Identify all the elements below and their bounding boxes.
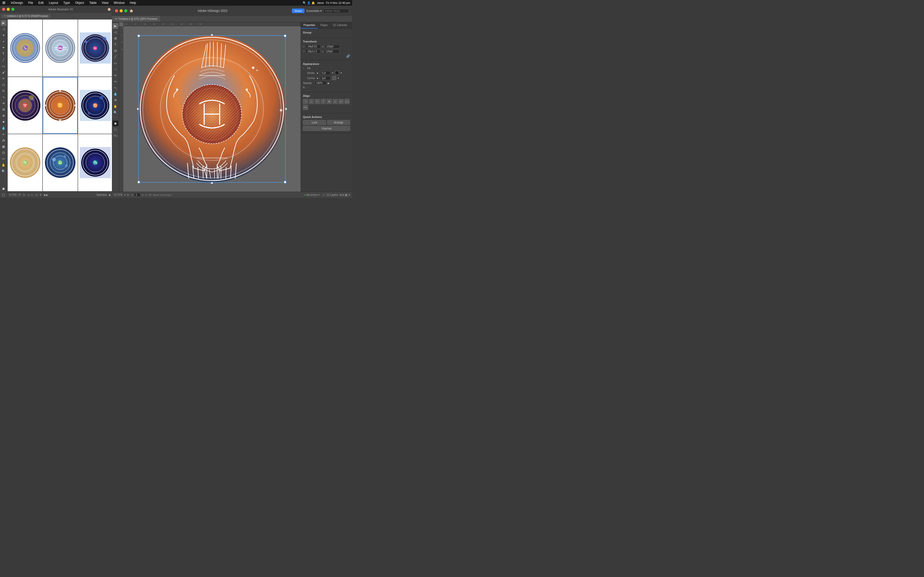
minimize-button[interactable] bbox=[7, 8, 10, 11]
x-value-input[interactable] bbox=[306, 45, 321, 48]
menu-object[interactable]: Object bbox=[74, 1, 85, 5]
id-type-tool[interactable]: T bbox=[113, 42, 118, 47]
page-input[interactable] bbox=[134, 193, 141, 197]
id-table-tool[interactable]: ⊟ bbox=[113, 48, 118, 53]
shape-builder-tool[interactable]: ⊕ bbox=[1, 113, 6, 118]
fx-more-icon[interactable]: ⋯ bbox=[307, 86, 309, 89]
corner-up-icon[interactable]: ▲ bbox=[316, 77, 319, 79]
id-pencil-tool[interactable]: ✏ bbox=[113, 73, 118, 78]
id-fill-color[interactable]: ■ bbox=[113, 121, 118, 126]
id-hand-tool[interactable]: ✋ bbox=[113, 103, 118, 109]
artboard-tool[interactable]: ⊡ bbox=[1, 150, 6, 156]
indesign-close-button[interactable] bbox=[115, 9, 118, 12]
lasso-tool[interactable]: ⟡ bbox=[1, 39, 6, 44]
id-frame-tool[interactable]: ▭ bbox=[113, 60, 118, 66]
eraser-tool[interactable]: ◻ bbox=[1, 82, 6, 88]
expand-icon[interactable]: ⤡ bbox=[323, 193, 325, 196]
fill-color[interactable]: ■ bbox=[1, 186, 6, 192]
magic-wand-tool[interactable]: ✦ bbox=[1, 32, 6, 38]
symbol-sprayer-tool[interactable]: ⁂ bbox=[1, 137, 6, 143]
menu-help[interactable]: Help bbox=[129, 1, 137, 5]
pen-tool[interactable]: ✒ bbox=[1, 45, 6, 50]
id-direct-select-tool[interactable]: ◁ bbox=[113, 29, 118, 35]
align-left-btn[interactable]: ⊣ bbox=[303, 99, 308, 104]
grid-cell-7[interactable]: ♍ bbox=[8, 134, 42, 191]
hand-tool[interactable]: ✋ bbox=[1, 162, 6, 168]
id-formatting-affects[interactable]: T/◻ bbox=[113, 133, 118, 139]
distribute-left-btn[interactable]: |⊣ bbox=[339, 99, 344, 104]
w-value-input[interactable] bbox=[325, 45, 340, 48]
errors-status[interactable]: ● No errors ▾ bbox=[304, 193, 319, 196]
paintbrush-tool[interactable]: 🖌 bbox=[1, 69, 6, 75]
id-stroke-color[interactable]: □ bbox=[113, 127, 118, 132]
indesign-minimize-button[interactable] bbox=[120, 9, 123, 12]
blend-tool[interactable]: ∞ bbox=[1, 131, 6, 137]
opacity-expand-icon[interactable]: ▶ bbox=[328, 82, 330, 84]
grid-cell-8[interactable]: ♎ bbox=[43, 134, 78, 191]
direct-select-tool[interactable]: ◁ bbox=[1, 26, 6, 32]
lock-button[interactable]: Lock bbox=[303, 120, 326, 125]
tab-cc-libraries[interactable]: CC Libraries bbox=[330, 22, 350, 29]
corner-style-swatch[interactable] bbox=[332, 76, 336, 80]
gradient-tool[interactable]: ■ bbox=[1, 119, 6, 125]
y-value-input[interactable] bbox=[305, 50, 320, 53]
align-bottom-btn[interactable]: ⊥ bbox=[333, 99, 338, 104]
slice-tool[interactable]: ✂ bbox=[1, 156, 6, 162]
menu-view[interactable]: View bbox=[101, 1, 110, 5]
indesign-maximize-button[interactable] bbox=[124, 9, 128, 12]
pencil-tool[interactable]: ✏ bbox=[1, 76, 6, 81]
id-select-tool[interactable]: ▶ bbox=[113, 23, 118, 29]
id-ellipse-tool[interactable]: ○ bbox=[113, 66, 118, 72]
align-top-btn[interactable]: ⊤ bbox=[321, 99, 326, 104]
id-zoom-tool[interactable]: 🔍 bbox=[113, 110, 118, 115]
h-value-input[interactable] bbox=[324, 50, 339, 53]
grid-cell-2[interactable]: ♒ bbox=[43, 19, 78, 76]
type-tool[interactable]: T bbox=[1, 51, 6, 56]
menu-file[interactable]: File bbox=[27, 1, 34, 5]
stock-search-input[interactable] bbox=[323, 9, 349, 13]
align-right-btn[interactable]: ⊢ bbox=[315, 99, 320, 104]
grid-cell-1[interactable]: ♑ bbox=[8, 19, 42, 76]
line-tool[interactable]: ╱ bbox=[1, 57, 6, 63]
essentials-dropdown[interactable]: Essentials ▾ bbox=[307, 9, 322, 13]
rotate-tool[interactable]: ↻ bbox=[1, 88, 6, 94]
select-tool[interactable]: ▶ bbox=[1, 20, 6, 26]
stroke-color[interactable]: □ bbox=[1, 192, 6, 198]
id-free-transform-tool[interactable]: ⤡ bbox=[113, 85, 118, 91]
menu-window[interactable]: Window bbox=[113, 1, 126, 5]
stroke-value-input[interactable] bbox=[320, 71, 331, 75]
menu-indesign[interactable]: InDesign bbox=[10, 1, 24, 5]
layers-icons[interactable]: ⊞ ⊟ ▦ ✕ bbox=[339, 193, 350, 196]
layers-count[interactable]: 12 Layers bbox=[327, 193, 338, 196]
id-eyedropper-tool[interactable]: 💧 bbox=[113, 91, 118, 97]
column-graph-tool[interactable]: ▦ bbox=[1, 144, 6, 150]
close-button[interactable] bbox=[2, 8, 5, 11]
indesign-tab-close-icon[interactable]: ✕ bbox=[115, 18, 117, 20]
grid-cell-9[interactable]: ♏ bbox=[78, 134, 113, 191]
tab-pages[interactable]: Pages bbox=[318, 22, 330, 29]
shape-tool[interactable]: ▭ bbox=[1, 63, 6, 69]
corner-swatch-arrow[interactable]: ▾ bbox=[338, 77, 339, 79]
ungroup-button[interactable]: Ungroup bbox=[303, 126, 350, 131]
corner-value-input[interactable] bbox=[320, 76, 331, 80]
share-button[interactable]: Share bbox=[292, 8, 304, 13]
arrange-button[interactable]: Arrange bbox=[327, 120, 351, 125]
align-center-h-btn[interactable]: ⊥ bbox=[309, 99, 314, 104]
fx-label[interactable]: fx bbox=[303, 86, 305, 89]
distribute-center-btn[interactable]: ⊥⊥ bbox=[344, 99, 350, 104]
illustrator-tab[interactable]: ✕ Untitled-3 @ 8.72 % (RGB/Preview) bbox=[1, 14, 51, 18]
grid-cell-4[interactable]: ♈ bbox=[8, 77, 42, 134]
scale-tool[interactable]: ⤡ bbox=[1, 94, 6, 100]
menu-type[interactable]: Type bbox=[62, 1, 71, 5]
tab-properties[interactable]: Properties bbox=[301, 22, 318, 29]
constrain-proportions-icon[interactable]: 🔗 bbox=[346, 54, 350, 58]
page-profile[interactable]: [Basic (working)] ▾ bbox=[153, 194, 172, 196]
grid-cell-5[interactable]: ♊ bbox=[43, 77, 78, 134]
prev-page-btn[interactable]: ◁ bbox=[131, 193, 133, 196]
menu-edit[interactable]: Edit bbox=[37, 1, 45, 5]
eyedropper-tool[interactable]: 💧 bbox=[1, 125, 6, 131]
stroke-swatch-arrow[interactable]: ▾ bbox=[341, 72, 342, 74]
stroke-up-icon[interactable]: ▲ bbox=[316, 72, 319, 74]
opacity-value-input[interactable] bbox=[315, 81, 326, 85]
stroke-chevron-icon[interactable]: ▾ bbox=[332, 72, 333, 74]
